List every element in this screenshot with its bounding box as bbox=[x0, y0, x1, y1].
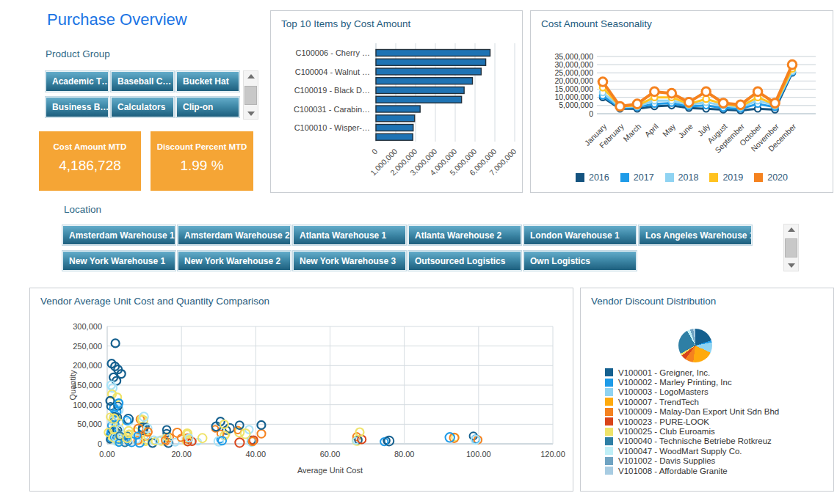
location-button[interactable]: Atlanta Warehouse 1 bbox=[293, 225, 406, 245]
legend-swatch bbox=[665, 173, 674, 182]
legend-item-2018[interactable]: 2018 bbox=[665, 172, 699, 183]
svg-text:0: 0 bbox=[370, 147, 380, 156]
location-button[interactable]: Los Angeles Warehouse 1 bbox=[639, 225, 752, 245]
svg-text:150,000: 150,000 bbox=[73, 381, 102, 390]
legend-swatch bbox=[605, 457, 613, 465]
legend-swatch bbox=[605, 379, 613, 387]
legend-label: 2020 bbox=[767, 172, 788, 183]
pie-legend-item[interactable]: V100023 - PURE-LOOK bbox=[605, 417, 779, 426]
svg-text:25,000,000: 25,000,000 bbox=[554, 68, 593, 77]
svg-text:Quantity: Quantity bbox=[68, 370, 77, 400]
seasonality-panel: Cost Amount Seasonality 05,000,00010,000… bbox=[530, 10, 833, 193]
svg-text:15,000,000: 15,000,000 bbox=[554, 84, 593, 93]
pie-legend-item[interactable]: V100003 - LogoMasters bbox=[605, 387, 779, 397]
location-button[interactable]: New York Warehouse 3 bbox=[293, 251, 406, 271]
product-group-label: Product Group bbox=[46, 48, 110, 59]
vendor-scatter-chart[interactable]: 050,000100,000150,000200,000250,000300,0… bbox=[30, 288, 573, 491]
pie-legend-item[interactable]: V100007 - TrendTech bbox=[605, 397, 779, 406]
top10-bar-chart[interactable]: C100006 - Cherry …C100004 - Walnut …C100… bbox=[271, 11, 522, 192]
vendor-discount-panel: Vendor Discount Distribution V100001 - G… bbox=[580, 288, 834, 492]
svg-text:100,000: 100,000 bbox=[73, 401, 102, 409]
pie-legend-item[interactable]: V100009 - Malay-Dan Export Unit Sdn Bhd bbox=[605, 407, 779, 417]
location-button[interactable]: Amsterdam Warehouse 2 bbox=[178, 225, 291, 245]
svg-text:March: March bbox=[621, 122, 642, 143]
scroll-down-icon[interactable] bbox=[247, 112, 255, 116]
svg-text:80.00: 80.00 bbox=[394, 450, 415, 459]
scrollbar-thumb[interactable] bbox=[244, 86, 257, 105]
svg-text:C100004 - Walnut …: C100004 - Walnut … bbox=[295, 67, 370, 76]
kpi-label: Discount Percent MTD bbox=[151, 142, 253, 151]
pie-legend-item[interactable]: V100001 - Greigner, Inc. bbox=[605, 368, 779, 377]
seasonality-line-chart[interactable]: 05,000,00010,000,00015,000,00020,000,000… bbox=[531, 11, 833, 192]
pie-legend-item[interactable]: V101002 - Davis Supplies bbox=[605, 456, 779, 466]
panel-title: Vendor Average Unit Cost and Quantity Co… bbox=[40, 296, 269, 307]
vendor-scatter-panel: Vendor Average Unit Cost and Quantity Co… bbox=[29, 288, 573, 492]
product-group-button[interactable]: Baseball C… bbox=[111, 71, 174, 92]
panel-title: Top 10 Items by Cost Amount bbox=[281, 18, 410, 29]
svg-text:10,000,000: 10,000,000 bbox=[554, 92, 593, 101]
svg-text:20,000,000: 20,000,000 bbox=[554, 76, 593, 85]
legend-swatch bbox=[605, 447, 613, 455]
legend-label: 2018 bbox=[678, 172, 699, 183]
legend-label: V100007 - TrendTech bbox=[618, 398, 699, 406]
kpi-value: 4,186,728 bbox=[39, 158, 141, 174]
location-scrollbar[interactable] bbox=[783, 224, 799, 271]
svg-text:0: 0 bbox=[98, 439, 102, 448]
pie-legend-item[interactable]: V100025 - Club Euroamis bbox=[605, 426, 779, 436]
svg-text:C100006 - Cherry …: C100006 - Cherry … bbox=[296, 48, 371, 57]
svg-text:50,000: 50,000 bbox=[77, 420, 102, 428]
legend-swatch bbox=[605, 437, 613, 445]
vendor-discount-pie-chart[interactable] bbox=[678, 329, 712, 362]
location-button[interactable]: Outsourced Logistics bbox=[408, 251, 521, 271]
pie-legend-item[interactable]: V100002 - Marley Printing, Inc bbox=[605, 377, 779, 387]
location-button[interactable]: Atlanta Warehouse 2 bbox=[408, 225, 521, 245]
location-label: Location bbox=[64, 204, 101, 215]
kpi-discount-percent-mtd: Discount Percent MTD 1.99 % bbox=[151, 131, 253, 191]
legend-label: V101008 - Affordable Granite bbox=[618, 467, 728, 475]
scrollbar-thumb[interactable] bbox=[785, 238, 797, 258]
pie-legend-item[interactable]: V101008 - Affordable Granite bbox=[605, 466, 779, 475]
scroll-down-icon[interactable] bbox=[788, 263, 795, 268]
svg-text:250,000: 250,000 bbox=[73, 342, 102, 351]
svg-text:100.00: 100.00 bbox=[466, 450, 491, 459]
legend-label: V101002 - Davis Supplies bbox=[618, 456, 715, 465]
product-group-button[interactable]: Calculators bbox=[111, 97, 174, 117]
legend-swatch bbox=[605, 388, 613, 396]
svg-text:C100010 - Wisper-…: C100010 - Wisper-… bbox=[294, 123, 370, 132]
svg-text:May: May bbox=[661, 121, 678, 138]
legend-swatch bbox=[605, 417, 613, 426]
panel-title: Vendor Discount Distribution bbox=[591, 296, 716, 307]
pie-legend-item[interactable]: V100040 - Technische Betriebe Rotkreuz bbox=[605, 437, 779, 446]
seasonality-legend: 20162017201820192020 bbox=[531, 172, 833, 183]
location-button[interactable]: Amsterdam Warehouse 1 bbox=[62, 225, 175, 245]
product-group-button[interactable]: Business B… bbox=[46, 97, 109, 117]
product-group-button[interactable]: Clip-on bbox=[176, 97, 239, 117]
svg-text:20.00: 20.00 bbox=[171, 450, 192, 459]
scroll-up-icon[interactable] bbox=[247, 74, 255, 78]
legend-item-2020[interactable]: 2020 bbox=[754, 172, 788, 183]
legend-label: V100040 - Technische Betriebe Rotkreuz bbox=[618, 437, 772, 445]
pie-legend-item[interactable]: V100047 - WoodMart Supply Co. bbox=[605, 446, 779, 456]
product-group-button[interactable]: Academic T… bbox=[46, 71, 109, 92]
legend-item-2017[interactable]: 2017 bbox=[620, 172, 654, 183]
product-group-button[interactable]: Bucket Hat bbox=[176, 71, 239, 92]
location-button[interactable]: New York Warehouse 1 bbox=[62, 251, 175, 271]
svg-text:April: April bbox=[642, 122, 659, 139]
location-button[interactable]: Own Logistics bbox=[523, 251, 637, 271]
svg-text:35,000,000: 35,000,000 bbox=[554, 52, 593, 61]
legend-label: 2017 bbox=[634, 172, 654, 183]
legend-label: V100023 - PURE-LOOK bbox=[618, 417, 709, 426]
legend-swatch bbox=[576, 173, 584, 182]
legend-item-2016[interactable]: 2016 bbox=[576, 172, 609, 183]
scroll-up-icon[interactable] bbox=[788, 227, 795, 232]
legend-swatch bbox=[605, 467, 613, 475]
svg-text:300,000: 300,000 bbox=[73, 322, 102, 331]
legend-item-2019[interactable]: 2019 bbox=[709, 172, 743, 183]
product-group-scrollbar[interactable] bbox=[243, 70, 258, 120]
location-button[interactable]: London Warehouse 1 bbox=[523, 225, 637, 245]
svg-text:Average Unit Cost: Average Unit Cost bbox=[297, 466, 363, 475]
svg-text:40.00: 40.00 bbox=[246, 450, 267, 459]
legend-swatch bbox=[605, 368, 613, 376]
legend-swatch bbox=[605, 428, 613, 436]
location-button[interactable]: New York Warehouse 2 bbox=[178, 251, 291, 271]
